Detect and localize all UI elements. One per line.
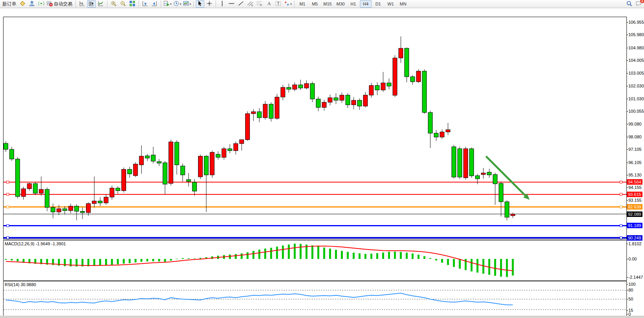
new-chart-button[interactable]: ▾	[163, 0, 172, 8]
fibo-icon: F	[256, 0, 263, 8]
horizontal-line-92.639[interactable]	[4, 206, 626, 208]
timeframe-mn-button[interactable]: MN	[397, 0, 409, 8]
line-handle[interactable]	[7, 193, 9, 196]
candle	[10, 147, 14, 161]
auto-trading-button[interactable]: 自动交易	[46, 0, 74, 8]
notifications-chat-button[interactable]: 1	[634, 0, 643, 8]
candle	[110, 185, 114, 200]
fibonacci-button[interactable]: F	[255, 0, 264, 8]
line-handle[interactable]	[7, 181, 9, 183]
vertical-line-button[interactable]	[218, 0, 226, 8]
line-handle[interactable]	[620, 181, 622, 183]
indicator-axis-label: 50	[628, 297, 633, 301]
candle	[186, 173, 191, 187]
chart-shift-button[interactable]	[150, 0, 159, 8]
line-handle[interactable]	[7, 206, 9, 208]
down-trend-arrow-annotation[interactable]	[486, 156, 530, 200]
horizontal-line-90.249[interactable]	[4, 237, 626, 239]
chevron-down-icon: ▾	[170, 2, 172, 6]
zoom-out-button[interactable]	[119, 0, 127, 8]
timeframe-m30-button[interactable]: M30	[334, 0, 346, 8]
candle	[476, 174, 480, 184]
horizontal-line-94.564[interactable]	[4, 181, 626, 183]
candlestick-chart-button[interactable]	[87, 0, 96, 8]
timeframe-h4-button[interactable]: H4	[360, 0, 372, 8]
toolbar-separator	[216, 1, 216, 7]
timeframe-m5-button[interactable]: M5	[309, 0, 321, 8]
candle	[145, 154, 149, 161]
window-bottom-edge	[0, 316, 644, 318]
line-handle[interactable]	[7, 224, 9, 227]
candle	[440, 129, 444, 139]
candle	[434, 130, 438, 141]
crosshair-button[interactable]	[205, 0, 214, 8]
zoomin-icon	[111, 0, 117, 8]
vline-icon	[219, 0, 225, 8]
line-handle[interactable]	[620, 206, 622, 208]
horizontal-line-91.189[interactable]	[4, 224, 626, 227]
user-icon	[29, 0, 35, 8]
arrows-tool-button[interactable]: ▾	[283, 0, 292, 8]
rsi-label: RSI(14) 30.9880	[5, 282, 36, 287]
macd-histogram-bar	[359, 253, 361, 259]
macd-histogram-bar	[376, 253, 378, 259]
price-axis-label: 104.980	[628, 45, 644, 50]
trendline-button[interactable]	[237, 0, 245, 8]
search-button[interactable]	[625, 0, 633, 8]
line-handle[interactable]	[7, 237, 9, 239]
market-user-icon[interactable]	[28, 0, 36, 8]
gold-icon	[19, 0, 26, 8]
macd-histogram-bar	[365, 254, 367, 259]
chevron-down-icon: ▾	[180, 2, 181, 6]
svg-text:E: E	[251, 4, 253, 7]
price-axis-label: 101.030	[628, 96, 644, 101]
macd-histogram-bar	[406, 253, 408, 259]
candle	[86, 202, 91, 216]
line-handle[interactable]	[620, 237, 622, 239]
horizontal-line-button[interactable]	[227, 0, 236, 8]
auto-scroll-button[interactable]	[141, 0, 149, 8]
tile-windows-button[interactable]	[128, 0, 137, 8]
rsi-indicator-panel[interactable]	[3, 281, 627, 316]
timeframe-m15-button[interactable]: M15	[321, 0, 333, 8]
candle	[346, 93, 350, 108]
line-handle[interactable]	[620, 224, 622, 227]
candle	[122, 168, 126, 193]
price-axis-label: 103.005	[628, 71, 644, 75]
channel-button[interactable]: E	[246, 0, 254, 8]
price-axis[interactable]: 106.955105.980104.980104.005103.005102.0…	[627, 17, 644, 316]
macd-histogram-bar	[382, 252, 384, 259]
text-tool-button[interactable]: A	[265, 0, 273, 8]
order-history-icon[interactable]	[18, 0, 27, 8]
timeframe-h1-button[interactable]: H1	[347, 0, 359, 8]
periods-button[interactable]: ▾	[173, 0, 182, 8]
timeframe-m1-button[interactable]: M1	[297, 0, 308, 8]
macd-histogram-bar	[111, 259, 113, 265]
candle	[422, 69, 426, 114]
candle	[157, 159, 161, 166]
zoom-in-button[interactable]	[109, 0, 118, 8]
macd-histogram-bar	[347, 252, 349, 259]
main-price-chart[interactable]	[3, 17, 627, 239]
macd-histogram-bar	[241, 253, 243, 259]
signals-icon[interactable]	[37, 0, 46, 8]
horizontal-line-93.615[interactable]	[4, 193, 626, 196]
candle	[393, 55, 397, 97]
indicator-axis-label: -2.1447	[628, 275, 643, 280]
bar-chart-button[interactable]	[78, 0, 86, 8]
line-handle[interactable]	[620, 193, 622, 196]
new-order-button[interactable]: 新订单	[1, 0, 18, 8]
price-tag-90.249: 90.249	[627, 235, 642, 241]
candle	[204, 155, 209, 212]
cursor-button[interactable]	[196, 0, 204, 8]
label-tool-button[interactable]: T	[274, 0, 283, 8]
price-axis-label: 104.005	[628, 58, 644, 63]
timeframe-w1-button[interactable]: W1	[385, 0, 397, 8]
macd-indicator-panel[interactable]	[3, 240, 627, 281]
macd-histogram-bar	[170, 259, 172, 260]
price-axis-label: 99.080	[628, 122, 642, 126]
templates-button[interactable]: ▾	[182, 0, 191, 8]
price-axis-label: 105.980	[628, 32, 644, 37]
line-chart-button[interactable]	[97, 0, 105, 8]
timeframe-d1-button[interactable]: D1	[372, 0, 384, 8]
